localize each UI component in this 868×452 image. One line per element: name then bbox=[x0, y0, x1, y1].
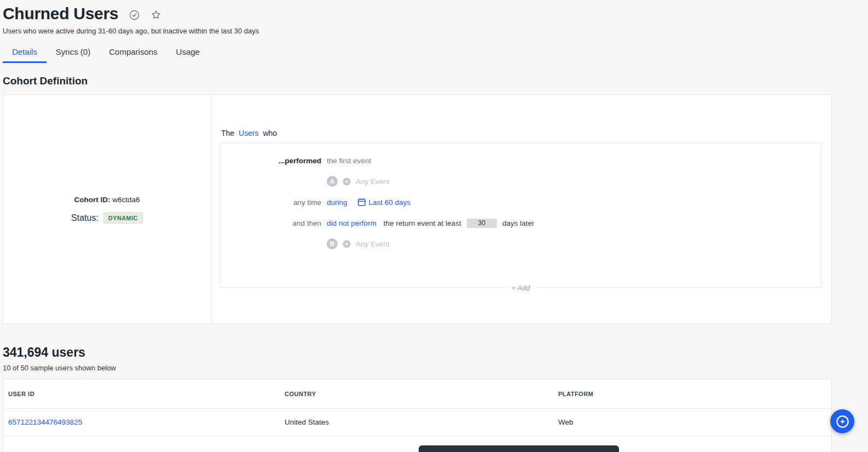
cohort-definition-cards: Cohort ID: w6ctda6 Status: DYNAMIC The U… bbox=[3, 94, 832, 324]
days-input[interactable] bbox=[467, 219, 497, 228]
did-not-perform-dropdown[interactable]: did not perform bbox=[327, 219, 377, 227]
sample-users-table: USER ID COUNTRY PLATFORM 657122134476493… bbox=[3, 379, 832, 452]
timeframe-dropdown[interactable]: Last 60 days bbox=[369, 198, 411, 207]
event-b-selector[interactable]: Any Event bbox=[356, 240, 390, 248]
table-row-partial bbox=[3, 436, 831, 452]
status-label: Status: bbox=[71, 213, 99, 223]
add-condition-button[interactable]: + Add bbox=[506, 284, 536, 292]
table-header-row: USER ID COUNTRY PLATFORM bbox=[3, 379, 831, 408]
tab-usage[interactable]: Usage bbox=[167, 43, 209, 63]
performed-row: ...performed the first event bbox=[220, 155, 821, 166]
event-b-row: B Any Event bbox=[220, 238, 821, 249]
status-badge: DYNAMIC bbox=[103, 213, 143, 224]
calendar-icon bbox=[357, 198, 366, 207]
user-count: 341,694 users bbox=[3, 345, 832, 360]
cohort-id-line: Cohort ID: w6ctda6 bbox=[74, 196, 140, 204]
performed-label: ...performed bbox=[220, 157, 321, 165]
horizontal-scrollbar-thumb[interactable] bbox=[419, 445, 619, 452]
page-header: Churned Users Users who were active duri… bbox=[3, 0, 832, 35]
cohort-id-label: Cohort ID: bbox=[74, 196, 110, 204]
subject-users-link[interactable]: Users bbox=[239, 129, 259, 138]
favorite-star-icon[interactable] bbox=[151, 9, 161, 20]
tab-comparisons[interactable]: Comparisons bbox=[100, 43, 166, 63]
sample-note: 10 of 50 sample users shown below bbox=[3, 364, 832, 372]
cohort-id-value: w6ctda6 bbox=[112, 196, 140, 204]
status-line: Status: DYNAMIC bbox=[71, 213, 143, 224]
and-then-label: and then bbox=[220, 219, 321, 227]
return-event-label: the return event at least bbox=[384, 219, 461, 227]
timeframe-row: any time during Last 60 days bbox=[220, 197, 821, 208]
event-a-row: A Any Event bbox=[220, 176, 821, 187]
event-b-badge[interactable]: B bbox=[327, 238, 338, 249]
assistant-fab-button[interactable] bbox=[830, 409, 854, 433]
event-type-icon bbox=[342, 177, 351, 186]
during-dropdown[interactable]: during bbox=[327, 198, 348, 207]
cohort-definition-panel: The Users who ...performed the first eve… bbox=[211, 95, 831, 324]
sentence-who: who bbox=[263, 129, 277, 138]
page-subtitle: Users who were active during 31-60 days … bbox=[3, 27, 832, 35]
definition-box: ...performed the first event A Any bbox=[219, 142, 822, 288]
sparkle-circle-icon bbox=[835, 414, 850, 429]
event-a-badge[interactable]: A bbox=[327, 176, 338, 187]
definition-sentence: The Users who bbox=[219, 129, 822, 138]
tab-syncs[interactable]: Syncs (0) bbox=[47, 43, 100, 63]
event-a-selector[interactable]: Any Event bbox=[356, 178, 390, 186]
first-event-label: the first event bbox=[327, 157, 371, 165]
page-title: Churned Users bbox=[3, 4, 118, 23]
column-header-country: COUNTRY bbox=[280, 391, 553, 397]
sentence-the: The bbox=[221, 129, 234, 138]
days-later-label: days later bbox=[502, 219, 535, 227]
user-id-link[interactable]: 657122134476493825 bbox=[8, 418, 82, 426]
and-then-row: and then did not perform the return even… bbox=[220, 218, 821, 228]
any-time-label: any time bbox=[220, 198, 321, 207]
platform-cell: Web bbox=[553, 418, 831, 426]
column-header-user-id: USER ID bbox=[3, 391, 280, 397]
tab-bar: Details Syncs (0) Comparisons Usage bbox=[3, 43, 832, 63]
tab-details[interactable]: Details bbox=[3, 43, 47, 63]
event-type-icon bbox=[342, 239, 351, 249]
cohort-meta-panel: Cohort ID: w6ctda6 Status: DYNAMIC bbox=[3, 95, 211, 324]
country-cell: United States bbox=[280, 418, 553, 426]
column-header-platform: PLATFORM bbox=[553, 391, 831, 397]
results-section: 341,694 users 10 of 50 sample users show… bbox=[3, 345, 832, 372]
table-row: 657122134476493825 United States Web bbox=[3, 408, 831, 436]
cohort-definition-heading: Cohort Definition bbox=[3, 75, 832, 87]
verified-check-icon[interactable] bbox=[129, 10, 140, 20]
